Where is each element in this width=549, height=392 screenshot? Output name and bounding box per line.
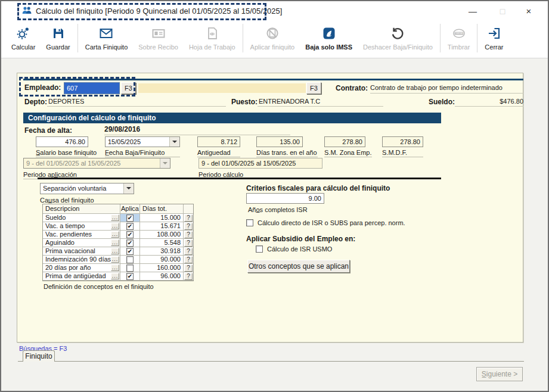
- dias-value[interactable]: 160.000: [140, 264, 184, 272]
- periodo-aplicacion-value: 9 - del 01/05/2025 al 15/05/2025: [26, 160, 120, 167]
- chevron-down-icon[interactable]: [169, 137, 179, 147]
- concepts-footer-label: Definición de conceptos en el finiquito: [44, 283, 154, 290]
- concept-desc-cell[interactable]: Prima vacacional...: [43, 247, 120, 256]
- carta-finiquito-icon: [99, 25, 113, 42]
- aplica-cell: ✔: [120, 272, 140, 281]
- table-row: Sueldo...✔15.000?: [43, 214, 193, 222]
- isr-usmo-checkbox-row[interactable]: Cálculo de ISR USMO: [256, 245, 405, 253]
- more-button[interactable]: ...: [111, 273, 119, 279]
- aplica-checkbox[interactable]: ✔: [126, 239, 134, 247]
- calculo-directo-checkbox[interactable]: [246, 219, 253, 226]
- toolbar-button-guardar[interactable]: Guardar: [41, 21, 75, 58]
- table-row: Prima de antigüedad...✔96.000?: [43, 272, 193, 281]
- tab-finiquito[interactable]: Finiquito: [23, 350, 55, 362]
- dias-value[interactable]: 108.000: [140, 231, 184, 239]
- fecha-baja-combo[interactable]: 15/05/2025: [105, 136, 180, 147]
- aplica-checkbox[interactable]: ✔: [126, 231, 134, 238]
- annotation-title-box: [17, 3, 266, 20]
- calculo-directo-checkbox-row[interactable]: Cálculo directo de ISR o SUBS para perce…: [246, 219, 425, 227]
- header-descripcion: Descripcion: [43, 204, 120, 214]
- svg-text:TIMBRAR: TIMBRAR: [454, 32, 463, 35]
- help-button[interactable]: ?: [184, 214, 193, 222]
- otros-conceptos-button[interactable]: Otros conceptos que se aplican: [247, 260, 350, 273]
- toolbar-label: Calcular: [11, 43, 35, 51]
- dias-value[interactable]: 96.000: [140, 272, 184, 281]
- concept-desc-cell[interactable]: Aguinaldo...: [43, 239, 120, 247]
- help-button[interactable]: ?: [184, 239, 193, 247]
- dias-value[interactable]: 15.000: [140, 214, 184, 222]
- antiguedad-field: 8.712: [197, 136, 240, 147]
- more-button[interactable]: ...: [111, 214, 119, 221]
- concept-desc-cell[interactable]: Vac. a tiempo...: [43, 222, 120, 231]
- puesto-label: Puesto:: [231, 98, 258, 106]
- minimize-button[interactable]: —: [463, 5, 483, 18]
- calcular-icon: [16, 25, 30, 42]
- aplica-cell: ✔: [120, 231, 140, 239]
- help-button[interactable]: ?: [184, 256, 193, 263]
- table-row: Indemnización 90 días...90.000?: [43, 256, 193, 264]
- chevron-down-icon[interactable]: [123, 183, 134, 194]
- more-button[interactable]: ...: [111, 239, 119, 246]
- more-button[interactable]: ...: [111, 256, 119, 263]
- fiscal-title: Criterios fiscales para cálculo del fini…: [246, 184, 390, 192]
- more-button[interactable]: ...: [111, 248, 119, 254]
- aplica-checkbox[interactable]: ✔: [126, 248, 134, 255]
- toolbar-label: Baja solo IMSS: [305, 43, 352, 51]
- dias-value[interactable]: 90.000: [140, 256, 184, 264]
- more-button[interactable]: ...: [111, 231, 119, 238]
- toolbar-label: Timbrar: [448, 43, 470, 51]
- causa-finiquito-combo[interactable]: Separación voluntaria: [40, 183, 134, 194]
- help-cell: ?: [184, 231, 193, 239]
- aplica-cell: [120, 256, 140, 264]
- smdf-label: S.M.D.F.: [382, 149, 423, 157]
- aplica-cell: ✔: [120, 247, 140, 256]
- aplica-checkbox[interactable]: ✔: [126, 223, 134, 230]
- dias-value[interactable]: 5.548: [140, 239, 184, 247]
- toolbar-label: Sobre Recibo: [138, 43, 178, 51]
- concepts-table: DescripcionAplicaDías tot.Sueldo...✔15.0…: [42, 204, 194, 281]
- more-button[interactable]: ...: [111, 265, 119, 271]
- concept-desc-cell[interactable]: Sueldo...: [43, 214, 120, 222]
- puesto-value: ENTRENADORA T.C: [258, 97, 383, 107]
- annotation-empleado-box: [19, 77, 135, 97]
- concept-desc-cell[interactable]: 20 días por año...: [43, 264, 120, 272]
- sueldo-value: $476.80: [455, 97, 523, 107]
- sm-zona-label: S.M. Zona Emp.: [324, 149, 372, 157]
- toolbar-label: Guardar: [46, 43, 70, 51]
- fecha-baja-label: F̲echa Baja/Finiquito: [105, 149, 180, 157]
- isr-usmo-checkbox[interactable]: [256, 245, 263, 253]
- aplica-checkbox[interactable]: ✔: [126, 214, 134, 222]
- concept-desc-cell[interactable]: Indemnización 90 días...: [43, 256, 120, 264]
- empleado-nombre-field[interactable]: [138, 83, 306, 93]
- toolbar-button-cerrar[interactable]: Cerrar: [479, 21, 508, 58]
- periodo-aplicacion-combo: 9 - del 01/05/2025 al 15/05/2025: [23, 158, 170, 169]
- aplica-cell: ✔: [120, 222, 140, 231]
- fecha-alta-value: 29/08/2016: [104, 125, 290, 135]
- concept-desc-cell[interactable]: Vac. pendientes...: [43, 231, 120, 239]
- salario-base-input[interactable]: 476.80: [36, 136, 88, 147]
- isr-usmo-label: Cálculo de ISR USMO: [267, 245, 332, 253]
- help-button[interactable]: ?: [184, 273, 193, 280]
- help-button[interactable]: ?: [184, 231, 193, 238]
- fecha-baja-value: 15/05/2025: [108, 138, 141, 145]
- close-button[interactable]: ×: [519, 5, 539, 18]
- depto-label: Depto:: [24, 98, 47, 106]
- aplica-checkbox[interactable]: ✔: [126, 273, 134, 280]
- section-divider: [38, 178, 441, 179]
- aplica-checkbox[interactable]: [126, 265, 134, 272]
- aplica-checkbox[interactable]: [126, 256, 134, 263]
- dias-value[interactable]: 15.671: [140, 222, 184, 231]
- help-button[interactable]: ?: [184, 248, 193, 255]
- anos-isr-input[interactable]: 9.00: [246, 193, 324, 204]
- dias-value[interactable]: 30.918: [140, 247, 184, 256]
- nombre-f3-button[interactable]: F3: [306, 82, 321, 94]
- concept-desc-cell[interactable]: Prima de antigüedad...: [43, 272, 120, 281]
- toolbar-button-carta-finiquito[interactable]: Carta Finiquito: [80, 21, 134, 58]
- aplica-cell: [120, 264, 140, 272]
- help-button[interactable]: ?: [184, 223, 193, 230]
- toolbar-button-baja-solo-imss[interactable]: Baja solo IMSS: [300, 21, 358, 58]
- toolbar-button-calcular[interactable]: Calcular: [6, 21, 41, 58]
- help-button[interactable]: ?: [184, 265, 193, 272]
- dias-trans-field: 135.00: [256, 136, 303, 147]
- more-button[interactable]: ...: [111, 223, 119, 229]
